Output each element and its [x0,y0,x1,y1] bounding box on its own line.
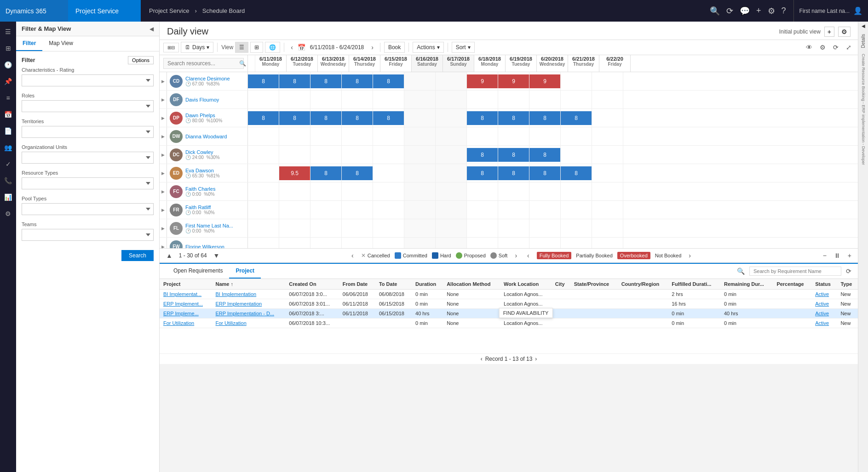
booking-block[interactable]: 8 [467,111,498,125]
booking-block[interactable]: 8 [248,74,279,88]
characteristics-select[interactable] [22,74,154,86]
tasks-icon[interactable]: ✓ [2,158,15,171]
booking-block[interactable]: 8 [529,166,560,180]
booking-block[interactable]: 8 [248,111,279,125]
row-expand-icon[interactable]: ▶ [160,182,167,200]
dashboard-icon[interactable]: ⊞ [2,42,15,55]
pagination-next-btn[interactable]: › [535,356,537,362]
refresh-grid-btn[interactable]: ⟳ [830,42,841,52]
booking-block[interactable]: 8 [498,111,529,125]
next-date-btn[interactable]: › [368,42,376,52]
col-country[interactable]: Country/Region [618,279,668,290]
col-project[interactable]: Project [160,279,212,290]
name-link[interactable]: BI Implementation [216,291,257,297]
settings-icon[interactable]: ⚙ [768,6,775,16]
booking-block[interactable]: 9 [529,74,560,88]
phone-icon[interactable]: 📞 [2,174,15,187]
options-button[interactable]: Options [128,56,154,64]
resource-name[interactable]: Florine Wilkerson [185,244,224,249]
map-view-btn[interactable]: 🌐 [265,42,280,53]
territories-select[interactable] [22,126,154,138]
col-status[interactable]: Status [811,279,837,290]
tab-map-view[interactable]: Map View [42,36,79,51]
search-resources-icon[interactable]: 🔍 [239,60,246,67]
info-icon[interactable]: 💬 [740,6,750,16]
booking-block[interactable]: 8 [279,74,310,88]
col-created-on[interactable]: Created On [285,279,339,290]
app-name[interactable]: Project Service [68,0,141,22]
find-availability-tooltip[interactable]: FIND AVAILABILITY [499,308,553,318]
settings-view-button[interactable]: ⚙ [838,27,851,37]
grid-layout-btn[interactable]: ⊞⊟ [163,43,179,52]
col-fulfilled[interactable]: Fulfilled Durati... [668,279,720,290]
row-expand-icon[interactable]: ▶ [160,238,167,248]
table-row[interactable]: For UtilizationFor Utilization06/07/2018… [160,318,858,328]
table-view-btn[interactable]: ⊞ [250,42,263,53]
col-percentage[interactable]: Percentage [773,279,811,290]
resource-name[interactable]: Dianna Woodward [185,134,227,139]
pool-types-select[interactable] [22,203,154,215]
refresh-requirements-btn[interactable]: ⟳ [843,266,854,276]
booking-block[interactable]: 8 [561,166,592,180]
booking-block[interactable]: 9 [467,74,498,88]
prev-date-btn[interactable]: ‹ [288,42,296,52]
next-page-legend-btn[interactable]: › [512,250,520,261]
expand-rows-btn[interactable]: ▼ [211,250,223,261]
resource-name[interactable]: Clarence Desimone [185,76,230,81]
resource-name[interactable]: Dick Cowley [185,149,220,155]
col-remaining[interactable]: Remaining Dur... [720,279,773,290]
resource-name[interactable]: Dawn Phelps [185,113,222,118]
actions-button[interactable]: Actions ▾ [413,42,443,53]
list-view-btn[interactable]: ☰ [235,42,248,53]
booking-block[interactable]: 9 [498,74,529,88]
booking-block[interactable]: 8 [310,74,341,88]
booking-block[interactable]: 8 [342,111,373,125]
booking-block[interactable]: 8 [342,74,373,88]
requirements-table-container[interactable]: Project Name ↑ Created On From Date To D… [160,279,858,353]
settings-grid-btn[interactable]: ⚙ [817,42,828,52]
eye-icon-btn[interactable]: 👁 [803,42,815,52]
row-expand-icon[interactable]: ▶ [160,201,167,219]
add-view-button[interactable]: + [824,27,834,37]
name-link[interactable]: ERP Implementation [216,301,262,307]
table-row[interactable]: ERP Implement...ERP Implementation06/07/… [160,299,858,309]
col-state[interactable]: State/Province [570,279,618,290]
refresh-icon[interactable]: ⟳ [726,6,733,16]
resource-types-select[interactable] [22,177,154,189]
col-from-date[interactable]: From Date [339,279,375,290]
booking-block[interactable]: 8 [310,111,341,125]
settings-nav-icon[interactable]: ⚙ [2,207,15,220]
booking-block[interactable]: 9.5 [279,166,310,180]
pause-btn[interactable]: ⏸ [831,250,843,261]
reports-icon[interactable]: 📊 [2,191,15,204]
row-expand-icon[interactable]: ▶ [160,91,167,108]
row-expand-icon[interactable]: ▶ [160,72,167,90]
name-link[interactable]: ERP Implementation - D... [216,311,275,316]
name-link[interactable]: For Utilization [216,320,247,326]
resource-name[interactable]: Faith Ratliff [185,205,215,210]
booking-block[interactable]: 8 [561,111,592,125]
fullscreen-btn[interactable]: ⤢ [843,42,854,52]
recent-icon[interactable]: 🕐 [2,58,15,71]
zoom-in-btn[interactable]: + [845,250,854,261]
resource-name[interactable]: Eva Dawson [185,168,220,173]
project-link[interactable]: ERP Impleme... [163,311,199,316]
user-menu[interactable]: First name Last na... 👤 [793,0,868,22]
booking-block[interactable]: 8 [498,148,529,162]
search-requirements-input[interactable] [749,267,841,276]
hamburger-menu-icon[interactable]: ☰ [2,25,15,38]
booking-block[interactable]: 8 [529,111,560,125]
booking-block[interactable]: 8 [373,111,404,125]
sort-button[interactable]: Sort ▾ [452,42,475,53]
help-icon[interactable]: ? [782,6,786,16]
tab-open-requirements[interactable]: Open Requirements [167,264,229,279]
resource-name[interactable]: Davis Flournoy [185,97,219,102]
next-booking-btn[interactable]: › [686,250,694,261]
tab-project[interactable]: Project [229,264,261,279]
org-units-select[interactable] [22,152,154,164]
search-requirements-btn[interactable]: 🔍 [734,266,747,276]
roles-select[interactable] [22,100,154,112]
collapse-right-panel-btn[interactable]: ◀ [861,22,866,30]
project-link[interactable]: ERP Implement... [163,301,203,307]
col-name[interactable]: Name ↑ [212,279,286,290]
